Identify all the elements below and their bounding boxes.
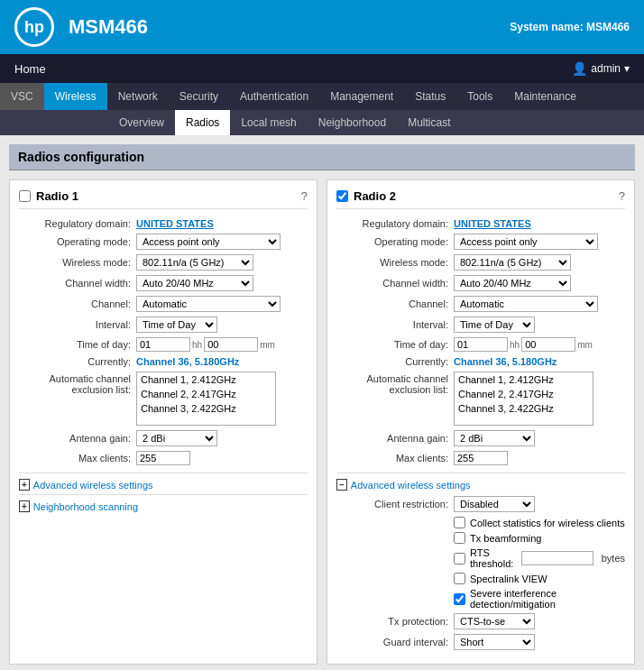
radio2-txprotection-row: Tx protection: CTS-to-se: [336, 613, 625, 629]
radio2-interval-select[interactable]: Time of Day: [454, 317, 535, 333]
radio1-maxclients-value: [136, 451, 308, 465]
nav-item-status[interactable]: Status: [404, 83, 456, 110]
radio2-rtsthreshold-input[interactable]: [521, 551, 593, 565]
nav-item-network[interactable]: Network: [107, 83, 169, 110]
radio2-wmode-label: Wireless mode:: [336, 257, 454, 268]
radio1-checkbox[interactable]: [19, 190, 31, 202]
radio2-txbeamforming-checkbox[interactable]: [454, 532, 465, 544]
radio2-clientrestriction-select[interactable]: Disabled: [454, 496, 535, 512]
radio2-currently-row: Currently: Channel 36, 5.180GHz: [336, 356, 625, 367]
radio1-interval-value: Time of Day: [136, 317, 308, 333]
admin-dropdown-icon[interactable]: ▾: [624, 62, 630, 75]
radio2-spectralink-row: Spectralink VIEW: [454, 573, 625, 584]
radio2-antennagain-value: 2 dBi: [454, 430, 625, 446]
radio1-channel-item-2[interactable]: Channel 2, 2.417GHz: [137, 387, 275, 401]
radio2-txprotection-value: CTS-to-se: [454, 613, 625, 629]
radio2-currently-label: Currently:: [336, 356, 454, 367]
nav-item-tools[interactable]: Tools: [456, 83, 503, 110]
sub-nav-multicast[interactable]: Multicast: [397, 110, 461, 135]
radio1-time-mm[interactable]: [204, 337, 258, 352]
home-link[interactable]: Home: [14, 62, 46, 76]
radio2-interval-row: Interval: Time of Day: [336, 317, 625, 333]
nav-item-maintenance[interactable]: Maintenance: [503, 83, 587, 110]
radio1-regulatory-label: Regulatory domain:: [19, 218, 136, 229]
radio2-wmode-select[interactable]: 802.11n/a (5 GHz): [454, 254, 571, 271]
radio2-collectstats-label: Collect statistics for wireless clients: [470, 518, 625, 528]
nav-item-management[interactable]: Management: [319, 83, 404, 110]
radio2-severe-checkbox[interactable]: [454, 593, 465, 605]
radio2-checkbox[interactable]: [336, 190, 348, 202]
radio1-help-icon[interactable]: ?: [301, 189, 308, 203]
radio2-spectralink-checkbox[interactable]: [454, 573, 465, 584]
radio2-opmode-select[interactable]: Access point only: [454, 234, 598, 250]
radio1-title: Radio 1: [36, 189, 296, 203]
radio2-collectstats-checkbox[interactable]: [454, 517, 465, 528]
radio2-txbeamforming-label: Tx beamforming: [470, 533, 541, 544]
radio1-time-hh[interactable]: [136, 337, 190, 352]
radios-container: Radio 1 ? Regulatory domain: UNITED STAT…: [9, 179, 635, 665]
radio1-wmode-label: Wireless mode:: [19, 257, 136, 268]
radio1-antennagain-value: 2 dBi: [136, 430, 308, 446]
radio1-maxclients-row: Max clients:: [19, 451, 308, 465]
radio2-channel-value: Automatic: [454, 296, 625, 312]
nav-item-vsc[interactable]: VSC: [0, 83, 44, 110]
radio2-chwidth-row: Channel width: Auto 20/40 MHz: [336, 275, 625, 291]
radio1-advanced-toggle[interactable]: + Advanced wireless settings: [19, 479, 308, 491]
radio1-opmode-value: Access point only Access only Point: [136, 234, 308, 250]
radio2-guardinterval-select[interactable]: Short: [454, 634, 535, 650]
radio2-antennagain-select[interactable]: 2 dBi: [454, 430, 535, 446]
radio1-opmode-select[interactable]: Access point only Access only Point: [136, 234, 281, 250]
radio1-timeofday-row: Time of day: hh mm: [19, 337, 308, 352]
radio1-interval-label: Interval:: [19, 319, 136, 330]
nav-item-authentication[interactable]: Authentication: [229, 83, 319, 110]
radio2-bytes-label: bytes: [602, 553, 625, 564]
radio2-channel-item-2[interactable]: Channel 2, 2.417GHz: [455, 387, 593, 401]
radio2-maxclients-value: [454, 451, 625, 465]
sub-nav-overview[interactable]: Overview: [108, 110, 175, 135]
nav-item-wireless[interactable]: Wireless: [44, 83, 107, 110]
radio2-timeofday-value: hh mm: [454, 337, 625, 352]
radio1-channel-row: Channel: Automatic: [19, 296, 308, 312]
radio1-channel-item-3[interactable]: Channel 3, 2.422GHz: [137, 401, 275, 416]
radio2-advanced-content: Client restriction: Disabled Collect sta…: [336, 496, 625, 650]
radio2-title: Radio 2: [354, 189, 613, 203]
radio1-neighborhood-toggle[interactable]: + Neighborhood scanning: [19, 500, 308, 512]
sub-nav-localmesh[interactable]: Local mesh: [230, 110, 307, 135]
radio2-help-icon[interactable]: ?: [619, 189, 625, 203]
radio2-channel-list[interactable]: Channel 1, 2.412GHz Channel 2, 2.417GHz …: [454, 372, 593, 426]
radio1-regulatory-link[interactable]: UNITED STATES: [136, 218, 214, 229]
radio1-chwidth-select[interactable]: Auto 20/40 MHz: [136, 275, 253, 291]
radio2-chwidth-select[interactable]: Auto 20/40 MHz: [454, 275, 571, 291]
radio2-maxclients-input[interactable]: [454, 451, 508, 465]
radio2-channel-select[interactable]: Automatic: [454, 296, 598, 312]
sub-nav: Overview Radios Local mesh Neighborhood …: [0, 110, 644, 135]
radio1-wmode-select[interactable]: 802.11n/a (5 GHz): [136, 254, 253, 271]
radio1-interval-row: Interval: Time of Day: [19, 317, 308, 333]
radio2-rtsthreshold-checkbox[interactable]: [454, 553, 465, 564]
radio1-autochannel-label: Automatic channel exclusion list:: [19, 372, 136, 395]
radio1-wmode-value: 802.11n/a (5 GHz): [136, 254, 308, 271]
nav-item-security[interactable]: Security: [169, 83, 229, 110]
radio2-chwidth-value: Auto 20/40 MHz: [454, 275, 625, 291]
sub-nav-neighborhood[interactable]: Neighborhood: [308, 110, 397, 135]
radio2-time-mm[interactable]: [521, 337, 575, 352]
radio1-channel-label: Channel:: [19, 298, 136, 309]
radio2-txprotection-select[interactable]: CTS-to-se: [454, 613, 535, 629]
radio2-advanced-toggle[interactable]: − Advanced wireless settings: [336, 479, 625, 491]
sub-nav-radios[interactable]: Radios: [175, 110, 230, 135]
radio1-channel-select[interactable]: Automatic: [136, 296, 281, 312]
radio1-channel-list[interactable]: Channel 1, 2.412GHz Channel 2, 2.417GHz …: [136, 372, 276, 426]
radio2-opmode-row: Operating mode: Access point only: [336, 234, 625, 250]
radio2-regulatory-link[interactable]: UNITED STATES: [454, 218, 531, 229]
radio2-time-hh[interactable]: [454, 337, 508, 352]
radio1-channel-item-1[interactable]: Channel 1, 2.412GHz: [137, 372, 275, 387]
radio2-regulatory-row: Regulatory domain: UNITED STATES: [336, 218, 625, 229]
radio2-wmode-row: Wireless mode: 802.11n/a (5 GHz): [336, 254, 625, 271]
radio1-interval-select[interactable]: Time of Day: [136, 317, 217, 333]
radio1-antennagain-select[interactable]: 2 dBi: [136, 430, 217, 446]
radio1-currently-value: Channel 36, 5.180GHz: [136, 356, 308, 367]
admin-label: admin: [591, 62, 621, 75]
radio2-channel-item-1[interactable]: Channel 1, 2.412GHz: [455, 372, 593, 387]
radio1-maxclients-input[interactable]: [136, 451, 190, 465]
radio2-channel-item-3[interactable]: Channel 3, 2.422GHz: [455, 401, 593, 416]
